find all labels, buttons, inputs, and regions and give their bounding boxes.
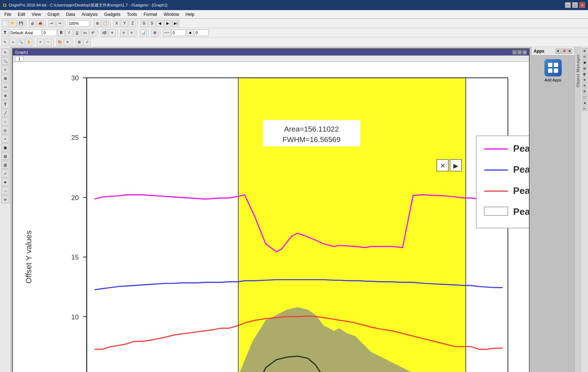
apps-dropdown[interactable]: ▼ [556, 49, 561, 54]
greek-button[interactable]: αβ [101, 29, 108, 36]
menu-edit[interactable]: Edit [15, 11, 28, 18]
rv-btn-3[interactable]: ▣ [582, 60, 587, 65]
print-button[interactable]: 🖨 [29, 20, 36, 27]
apps-pin[interactable]: 📌 [561, 49, 566, 54]
rv-btn-8[interactable]: ⊞ [582, 89, 587, 94]
undo-button[interactable]: ↩ [48, 20, 55, 27]
rv-btn-11[interactable]: ⊳ [582, 106, 587, 111]
paste-button[interactable]: 📋 [102, 20, 109, 27]
rect-lt[interactable]: ▣ [1, 143, 9, 151]
add-apps-button[interactable]: Add Apps [531, 56, 574, 86]
menu-bar: File Edit View Graph Data Analysis Gadge… [0, 10, 588, 19]
rv-btn-2[interactable]: ⊟ [582, 54, 587, 59]
axis-options[interactable]: ⊞ [76, 39, 83, 46]
plus-lt[interactable]: + [1, 66, 9, 74]
rv-btn-6[interactable]: ⊕ [582, 77, 587, 82]
axis-btn[interactable]: X [113, 20, 120, 27]
rescale-btn[interactable]: ⤢ [84, 39, 91, 46]
minimize-button[interactable]: ─ [565, 2, 571, 8]
fill-size-input[interactable] [194, 30, 209, 36]
rv-btn-1[interactable]: ⊞ [582, 48, 587, 53]
apps-close[interactable]: ✕ [567, 49, 572, 54]
graph-tab-1[interactable]: 1 [15, 56, 24, 61]
legend-btn[interactable]: ≡ [64, 39, 71, 46]
menu-window[interactable]: Window [161, 11, 182, 18]
align-center[interactable]: ≡ [128, 29, 135, 36]
close-button[interactable]: ✕ [579, 2, 585, 8]
fill-lt[interactable]: ▤ [1, 152, 9, 160]
menu-graph[interactable]: Graph [45, 11, 62, 18]
subscript-button[interactable]: x₂ [81, 29, 89, 36]
open-button[interactable]: 📂 [9, 20, 17, 27]
color-scale[interactable]: 🎨 [56, 39, 63, 46]
check-lt[interactable]: ✓ [1, 169, 9, 177]
bar-chart-btn[interactable]: 📊 [140, 29, 147, 36]
y-btn[interactable]: Y [121, 20, 128, 27]
menu-data[interactable]: Data [63, 11, 78, 18]
rv-btn-9[interactable]: ▢ [582, 94, 587, 99]
filter-btn[interactable]: ⊞ [151, 29, 158, 36]
g-btn[interactable]: G [140, 20, 148, 27]
zoom-lt[interactable]: 🔍 [1, 57, 9, 65]
rv-btn-10[interactable]: ◈ [582, 100, 587, 105]
menu-analysis[interactable]: Analysis [79, 11, 101, 18]
menu-view[interactable]: View [29, 11, 44, 18]
text-icon[interactable]: T [1, 29, 9, 36]
data-reader[interactable]: ⊹ [9, 39, 17, 46]
graph-close[interactable]: ✕ [522, 50, 527, 54]
line-style[interactable]: ── [163, 29, 171, 36]
move-lt[interactable]: ⇔ [1, 83, 9, 91]
align-left[interactable]: ≡ [120, 29, 127, 36]
pan-tool[interactable]: ✋ [25, 39, 32, 46]
rv-btn-4[interactable]: ▤ [582, 66, 587, 71]
bold-button[interactable]: B [58, 29, 65, 36]
save-button[interactable]: 💾 [17, 20, 24, 27]
s-btn[interactable]: S [148, 20, 156, 27]
nav-end[interactable]: ▶| [172, 20, 179, 27]
expand-lt[interactable]: ⊳ [1, 195, 9, 203]
rv-btn-5[interactable]: ◧ [582, 71, 587, 76]
rv-btn-7[interactable]: ⊗ [582, 83, 587, 88]
crosshair-lt[interactable]: ⊕ [1, 92, 9, 99]
grid-lt[interactable]: ⊞ [1, 74, 9, 82]
menu-help[interactable]: Help [183, 11, 197, 18]
circle-lt[interactable]: ○ [1, 118, 9, 125]
menu-gadgets[interactable]: Gadgets [101, 11, 123, 18]
more-format[interactable]: ≡ [109, 29, 116, 36]
add-plot[interactable]: + [37, 39, 44, 46]
font-family-input[interactable] [9, 30, 42, 36]
nav-right[interactable]: ▶ [164, 20, 171, 27]
arrow-lt[interactable]: → [1, 187, 9, 195]
maximize-button[interactable]: □ [572, 2, 578, 8]
menu-format[interactable]: Format [141, 11, 160, 18]
italic-button[interactable]: I [66, 29, 73, 36]
new-button[interactable]: 📄 [1, 20, 9, 27]
zoom-tool[interactable]: 🔍 [17, 39, 24, 46]
underline-button[interactable]: U [73, 29, 81, 36]
dot-lt[interactable]: • [1, 135, 9, 143]
remove-plot[interactable]: − [45, 39, 52, 46]
pointer-lt[interactable]: ↖ [1, 48, 9, 56]
star-lt[interactable]: ★ [1, 178, 9, 186]
export-button[interactable]: 📤 [37, 20, 44, 27]
menu-tools[interactable]: Tools [124, 11, 140, 18]
copy-button[interactable]: ⧉ [94, 20, 101, 27]
nav-left[interactable]: ◀ [156, 20, 163, 27]
graph-maximize[interactable]: □ [517, 50, 522, 54]
line-size-input[interactable] [171, 30, 186, 36]
superscript-button[interactable]: x² [89, 29, 96, 36]
pointer-tool[interactable]: ↖ [1, 39, 9, 46]
apps-header-controls[interactable]: ▼ 📌 ✕ [556, 49, 572, 54]
z-btn[interactable]: Z [129, 20, 136, 27]
font-size-input[interactable] [42, 30, 57, 36]
fill-style[interactable]: ■ [187, 29, 194, 36]
line-lt[interactable]: ╱ [1, 109, 9, 117]
title-bar-controls[interactable]: ─ □ ✕ [565, 2, 585, 8]
target-lt[interactable]: ◎ [1, 126, 9, 134]
menu-file[interactable]: File [1, 11, 14, 18]
redo-button[interactable]: ↪ [56, 20, 63, 27]
text-lt[interactable]: T [1, 100, 9, 108]
pattern-lt[interactable]: ▥ [1, 161, 9, 169]
graph-minimize[interactable]: ─ [512, 50, 517, 54]
zoom-input[interactable] [68, 20, 89, 27]
